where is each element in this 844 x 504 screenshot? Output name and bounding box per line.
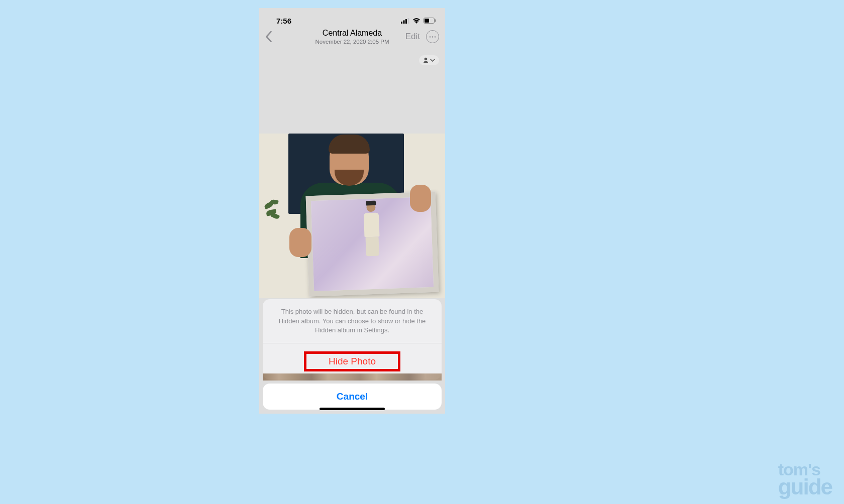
cellular-icon — [401, 18, 409, 24]
wifi-icon — [412, 18, 420, 24]
nav-bar: Central Alameda November 22, 2020 2:05 P… — [259, 28, 445, 47]
action-sheet: This photo will be hidden, but can be fo… — [259, 299, 445, 414]
nav-title: Central Alameda — [315, 29, 389, 38]
nav-subtitle: November 22, 2020 2:05 PM — [315, 39, 389, 45]
tutorial-highlight: Hide Photo — [304, 351, 400, 371]
svg-rect-6 — [435, 20, 436, 22]
status-bar: 7:56 — [259, 8, 445, 28]
svg-point-10 — [425, 58, 428, 61]
svg-point-8 — [432, 36, 434, 38]
status-icons — [401, 18, 436, 24]
photo-content[interactable] — [259, 134, 445, 298]
thumbnail-strip — [263, 373, 442, 381]
status-time: 7:56 — [276, 17, 291, 25]
svg-rect-5 — [425, 19, 429, 23]
chevron-down-icon — [430, 59, 435, 62]
action-sheet-card: This photo will be hidden, but can be fo… — [263, 299, 442, 380]
svg-rect-0 — [401, 22, 402, 24]
home-indicator[interactable] — [320, 408, 385, 410]
svg-point-9 — [435, 36, 436, 38]
toms-guide-watermark: tom's guide — [778, 462, 832, 497]
svg-rect-2 — [405, 19, 407, 24]
more-button[interactable] — [426, 30, 439, 43]
edit-button[interactable]: Edit — [405, 32, 420, 42]
svg-point-7 — [430, 36, 431, 38]
cancel-button[interactable]: Cancel — [263, 384, 442, 410]
back-button[interactable] — [265, 31, 272, 42]
action-sheet-message: This photo will be hidden, but can be fo… — [263, 299, 442, 343]
svg-rect-3 — [408, 18, 409, 24]
svg-rect-1 — [403, 20, 405, 24]
phone-screenshot: 7:56 Central Alameda November 22, 2020 2… — [259, 8, 445, 414]
person-icon — [423, 57, 429, 63]
nav-title-group: Central Alameda November 22, 2020 2:05 P… — [315, 29, 389, 45]
people-tag-pill[interactable] — [419, 55, 439, 65]
battery-icon — [424, 18, 436, 24]
